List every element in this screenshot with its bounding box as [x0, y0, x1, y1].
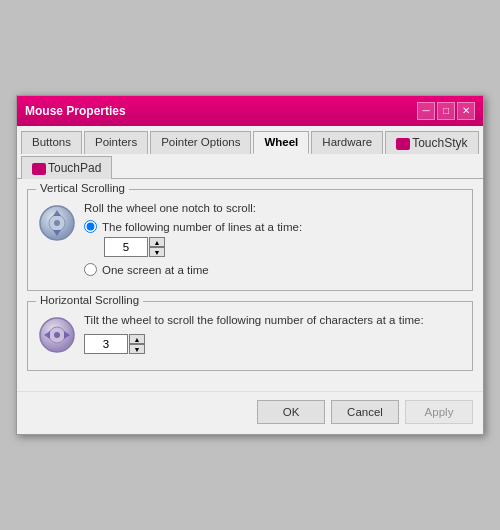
svg-point-7	[54, 332, 60, 338]
tab-touchstyk[interactable]: TouchStyk	[385, 131, 478, 154]
chars-spin-row: ▲ ▼	[84, 334, 462, 354]
vertical-options: Roll the wheel one notch to scroll: The …	[84, 202, 462, 280]
horizontal-wheel-icon	[38, 316, 76, 354]
vertical-wheel-icon	[38, 204, 76, 242]
svg-point-2	[54, 220, 60, 226]
tab-pointer-options[interactable]: Pointer Options	[150, 131, 251, 154]
window-title: Mouse Properties	[25, 104, 126, 118]
tab-content: Vertical Scrolling	[17, 179, 483, 391]
mouse-properties-window: Mouse Properties ─ □ ✕ Buttons Pointers …	[16, 95, 484, 435]
horizontal-options: Tilt the wheel to scroll the following n…	[84, 314, 462, 360]
lines-radio-label[interactable]: The following number of lines at a time:	[102, 221, 302, 233]
screen-radio[interactable]	[84, 263, 97, 276]
touchstyk-icon	[396, 138, 410, 150]
lines-spin-up[interactable]: ▲	[149, 237, 165, 247]
vertical-scrolling-label: Vertical Scrolling	[36, 182, 129, 194]
horizontal-scrolling-label: Horizontal Scrolling	[36, 294, 143, 306]
chars-spin-down[interactable]: ▼	[129, 344, 145, 354]
tab-bar: Buttons Pointers Pointer Options Wheel H…	[17, 126, 483, 179]
tab-pointers[interactable]: Pointers	[84, 131, 148, 154]
tilt-label: Tilt the wheel to scroll the following n…	[84, 314, 462, 326]
screen-radio-label[interactable]: One screen at a time	[102, 264, 209, 276]
tab-hardware[interactable]: Hardware	[311, 131, 383, 154]
title-bar: Mouse Properties ─ □ ✕	[17, 96, 483, 126]
horizontal-scrolling-group: Horizontal Scrolling	[27, 301, 473, 371]
ok-button[interactable]: OK	[257, 400, 325, 424]
chars-spin-buttons: ▲ ▼	[129, 334, 145, 354]
roll-label: Roll the wheel one notch to scroll:	[84, 202, 462, 214]
maximize-button[interactable]: □	[437, 102, 455, 120]
tab-buttons[interactable]: Buttons	[21, 131, 82, 154]
chars-spin-up[interactable]: ▲	[129, 334, 145, 344]
tab-wheel[interactable]: Wheel	[253, 131, 309, 154]
lines-spin-row: ▲ ▼	[104, 237, 462, 257]
lines-spin-input[interactable]	[104, 237, 148, 257]
lines-radio-row: The following number of lines at a time:	[84, 220, 462, 233]
cancel-button[interactable]: Cancel	[331, 400, 399, 424]
lines-radio[interactable]	[84, 220, 97, 233]
lines-spin-buttons: ▲ ▼	[149, 237, 165, 257]
apply-button[interactable]: Apply	[405, 400, 473, 424]
close-button[interactable]: ✕	[457, 102, 475, 120]
touchpad-icon	[32, 163, 46, 175]
tab-touchpad[interactable]: TouchPad	[21, 156, 112, 179]
screen-radio-row: One screen at a time	[84, 263, 462, 276]
vertical-scrolling-content: Roll the wheel one notch to scroll: The …	[38, 202, 462, 280]
horizontal-scrolling-content: Tilt the wheel to scroll the following n…	[38, 314, 462, 360]
vertical-scrolling-group: Vertical Scrolling	[27, 189, 473, 291]
minimize-button[interactable]: ─	[417, 102, 435, 120]
title-bar-controls: ─ □ ✕	[417, 102, 475, 120]
lines-spin-down[interactable]: ▼	[149, 247, 165, 257]
chars-spin-input[interactable]	[84, 334, 128, 354]
footer: OK Cancel Apply	[17, 391, 483, 434]
